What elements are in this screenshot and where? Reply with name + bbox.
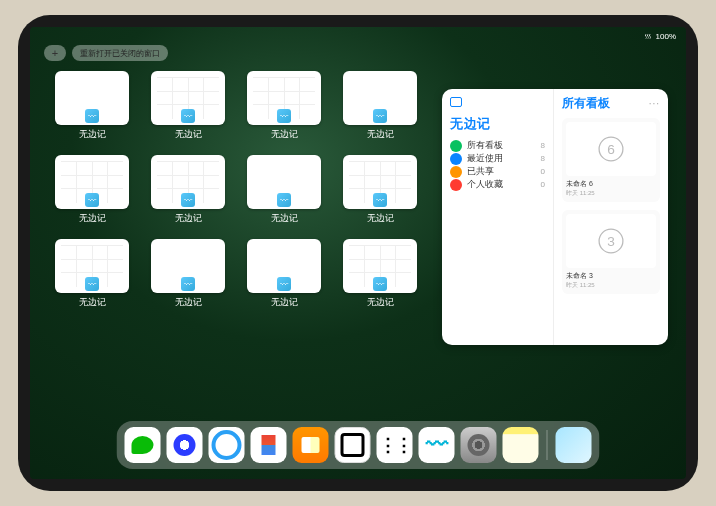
sidebar-item-count: 8 [541,154,545,163]
top-controls: + 重新打开已关闭的窗口 [44,45,168,61]
sidebar-item-icon [450,166,462,178]
ipad-frame: ᯾ 100% + 重新打开已关闭的窗口 无边记无边记无边记无边记无边记无边记无边… [18,15,698,491]
window-thumbnail [247,239,321,293]
dock-app-qqbrowser[interactable] [209,427,245,463]
window-thumbnail [55,239,129,293]
sidebar-item-label: 最近使用 [467,152,503,165]
panel-content: 所有看板 ··· 6未命名 6昨天 11:253未命名 3昨天 11:25 [554,89,668,345]
window-tile[interactable]: 无边记 [148,239,228,317]
sidebar-item-count: 0 [541,180,545,189]
freeform-app-icon [277,193,291,207]
sidebar-item-count: 0 [541,167,545,176]
new-window-button[interactable]: + [44,45,66,61]
window-label: 无边记 [271,296,298,309]
window-label: 无边记 [271,128,298,141]
window-thumbnail [151,155,225,209]
window-tile[interactable]: 无边记 [148,71,228,149]
board-timestamp: 昨天 11:25 [566,281,656,290]
board-preview: 6 [566,122,656,176]
dock-app-books[interactable] [293,427,329,463]
window-tile[interactable]: 无边记 [52,239,132,317]
window-thumbnail [343,71,417,125]
freeform-app-icon [85,277,99,291]
window-tile[interactable]: 无边记 [52,155,132,233]
window-tile[interactable]: 无边记 [148,155,228,233]
window-thumbnail [247,71,321,125]
freeform-app-icon [181,193,195,207]
freeform-app-icon [373,277,387,291]
window-label: 无边记 [367,296,394,309]
dock-app-play[interactable] [251,427,287,463]
window-label: 无边记 [367,128,394,141]
window-label: 无边记 [271,212,298,225]
board-preview: 3 [566,214,656,268]
freeform-app-icon [277,277,291,291]
board-label: 未命名 3 [566,271,656,281]
dock-app-freeform[interactable] [419,427,455,463]
freeform-app-icon [277,109,291,123]
sidebar-item[interactable]: 个人收藏0 [450,178,545,191]
window-tile[interactable]: 无边记 [244,155,324,233]
svg-text:6: 6 [607,142,615,157]
board-card[interactable]: 3未命名 3昨天 11:25 [562,210,660,294]
status-bar: ᯾ 100% [30,29,686,43]
screen: ᯾ 100% + 重新打开已关闭的窗口 无边记无边记无边记无边记无边记无边记无边… [30,27,686,479]
window-thumbnail [343,239,417,293]
sidebar-item-label: 个人收藏 [467,178,503,191]
svg-text:3: 3 [607,234,615,249]
dock-app-quark[interactable] [167,427,203,463]
window-thumbnail [151,71,225,125]
window-label: 无边记 [367,212,394,225]
dock-app-settings[interactable] [461,427,497,463]
sidebar-item-label: 已共享 [467,165,494,178]
sidebar-item[interactable]: 所有看板8 [450,139,545,152]
sidebar-item-count: 8 [541,141,545,150]
panel-title: 无边记 [450,115,545,133]
board-timestamp: 昨天 11:25 [566,189,656,198]
sidebar-item-icon [450,179,462,191]
window-tile[interactable]: 无边记 [340,239,420,317]
panel-sidebar: 无边记 所有看板8最近使用8已共享0个人收藏0 [442,89,554,345]
freeform-app-icon [373,193,387,207]
window-tile[interactable]: 无边记 [244,71,324,149]
window-label: 无边记 [175,128,202,141]
board-label: 未命名 6 [566,179,656,189]
sidebar-item[interactable]: 已共享0 [450,165,545,178]
freeform-app-icon [373,109,387,123]
sidebar-item-icon [450,153,462,165]
sidebar-item-icon [450,140,462,152]
dock-app-altapp[interactable] [377,427,413,463]
panel-right-title: 所有看板 [562,95,610,112]
window-label: 无边记 [79,128,106,141]
window-thumbnail [343,155,417,209]
wifi-icon: ᯾ [644,32,652,41]
window-tile[interactable]: 无边记 [52,71,132,149]
window-tile[interactable]: 无边记 [340,71,420,149]
dock-recent-folder[interactable] [556,427,592,463]
window-thumbnail [151,239,225,293]
sidebar-item[interactable]: 最近使用8 [450,152,545,165]
window-tile[interactable]: 无边记 [340,155,420,233]
board-card[interactable]: 6未命名 6昨天 11:25 [562,118,660,202]
freeform-panel: 无边记 所有看板8最近使用8已共享0个人收藏0 所有看板 ··· 6未命名 6昨… [442,89,668,345]
reopen-closed-window-button[interactable]: 重新打开已关闭的窗口 [72,45,168,61]
dock [117,421,600,469]
window-thumbnail [55,71,129,125]
window-thumbnail [247,155,321,209]
freeform-app-icon [181,277,195,291]
window-label: 无边记 [175,212,202,225]
freeform-app-icon [85,193,99,207]
panel-more-button[interactable]: ··· [649,98,660,109]
sidebar-toggle-icon[interactable] [450,97,462,107]
window-tile[interactable]: 无边记 [244,239,324,317]
dock-app-notes[interactable] [503,427,539,463]
dock-separator [547,430,548,460]
dock-app-wechat[interactable] [125,427,161,463]
sidebar-item-label: 所有看板 [467,139,503,152]
window-label: 无边记 [79,212,106,225]
dock-app-obsidian[interactable] [335,427,371,463]
windows-grid: 无边记无边记无边记无边记无边记无边记无边记无边记无边记无边记无边记无边记 [52,71,420,317]
window-label: 无边记 [175,296,202,309]
freeform-app-icon [181,109,195,123]
window-thumbnail [55,155,129,209]
